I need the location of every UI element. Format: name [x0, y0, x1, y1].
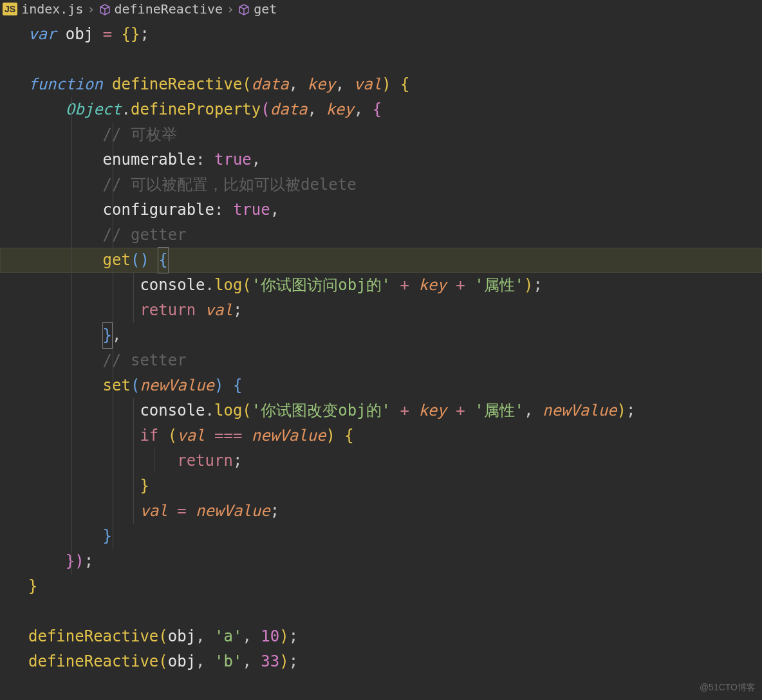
code-line[interactable]: [0, 47, 762, 72]
code-line[interactable]: }: [0, 474, 762, 499]
code-line[interactable]: }: [0, 574, 762, 599]
code-line[interactable]: return val;: [0, 298, 762, 323]
chevron-right-icon: ›: [227, 1, 234, 17]
breadcrumb-file[interactable]: index.js: [21, 1, 83, 17]
code-line[interactable]: var obj = {};: [0, 22, 762, 47]
symbol-icon: [99, 3, 111, 15]
code-line[interactable]: return;: [0, 448, 762, 474]
code-line[interactable]: // 可以被配置，比如可以被delete: [0, 172, 762, 198]
code-line[interactable]: function defineReactive(data, key, val) …: [0, 72, 762, 97]
code-line[interactable]: // getter: [0, 223, 762, 248]
code-line[interactable]: // 可枚举: [0, 122, 762, 147]
code-line-active[interactable]: get() {: [0, 248, 762, 273]
code-line[interactable]: if (val === newValue) {: [0, 423, 762, 448]
code-line[interactable]: console.log('你试图改变obj的' + key + '属性', ne…: [0, 398, 762, 423]
code-line[interactable]: val = newValue;: [0, 499, 762, 524]
chevron-right-icon: ›: [87, 1, 95, 17]
code-line[interactable]: });: [0, 549, 762, 574]
code-line[interactable]: console.log('你试图访问obj的' + key + '属性');: [0, 273, 762, 298]
code-line[interactable]: [0, 599, 762, 624]
breadcrumb-symbol-1[interactable]: defineReactive: [115, 1, 223, 17]
watermark: @51CTO博客: [700, 682, 756, 694]
code-editor[interactable]: var obj = {}; function defineReactive(da…: [0, 18, 762, 674]
code-line[interactable]: defineReactive(obj, 'b', 33);: [0, 649, 762, 674]
code-line[interactable]: defineReactive(obj, 'a', 10);: [0, 624, 762, 649]
code-line[interactable]: },: [0, 323, 762, 348]
code-line[interactable]: enumerable: true,: [0, 147, 762, 172]
js-file-icon: JS: [3, 3, 17, 15]
breadcrumb-symbol-2[interactable]: get: [254, 1, 277, 17]
code-line[interactable]: set(newValue) {: [0, 373, 762, 398]
code-line[interactable]: configurable: true,: [0, 198, 762, 223]
code-line[interactable]: }: [0, 524, 762, 549]
symbol-icon: [238, 3, 250, 15]
breadcrumb[interactable]: JS index.js › defineReactive › get: [0, 0, 762, 18]
code-line[interactable]: Object.defineProperty(data, key, {: [0, 97, 762, 122]
code-line[interactable]: // setter: [0, 348, 762, 373]
